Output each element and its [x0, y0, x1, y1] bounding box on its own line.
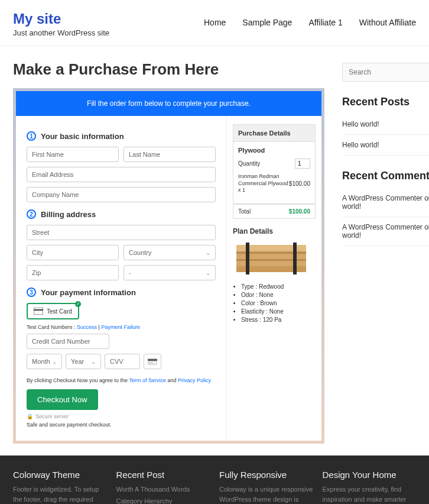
step-1-label: Your basic information: [41, 132, 124, 141]
recent-comments-title: Recent Comments: [342, 170, 429, 182]
nav-sample-page[interactable]: Sample Page: [242, 18, 292, 27]
recent-comment-item[interactable]: A WordPress Commenter on Hello world!: [342, 188, 429, 217]
country-select[interactable]: Country⌄: [124, 245, 216, 260]
footer-col-2: Recent Post Worth A Thousand Words Categ…: [116, 470, 210, 504]
order-banner: Fill the order form below to complete yo…: [16, 91, 321, 116]
summary-column: Purchase Details Plywood Quantity Ironma…: [227, 116, 321, 441]
city-input[interactable]: [27, 245, 119, 260]
svg-rect-4: [153, 362, 156, 363]
state-select[interactable]: -⌄: [124, 265, 216, 280]
chevron-down-icon: ⌄: [206, 250, 210, 256]
brand: My site Just another WordPress site: [13, 11, 109, 37]
street-input[interactable]: [27, 225, 216, 240]
footer-col-4: Design Your Home Express your creativity…: [323, 470, 417, 504]
step-2-label: Billing address: [41, 210, 96, 219]
page-title: Make a Purchase From Here: [13, 60, 324, 79]
svg-rect-2: [148, 358, 157, 365]
order-form-wrap: Fill the order form below to complete yo…: [13, 88, 324, 444]
total-label: Total: [238, 208, 251, 215]
privacy-link[interactable]: Privacy Policy: [178, 377, 211, 383]
plan-image: [233, 241, 316, 277]
safe-text: Safe and secure payment checkout.: [27, 422, 216, 428]
recent-post-item[interactable]: Hello world!: [342, 114, 429, 135]
step-1-number: 1: [27, 131, 36, 141]
tos-link[interactable]: Term of Service: [129, 377, 166, 383]
svg-rect-11: [293, 243, 297, 274]
lock-icon: 🔒: [27, 413, 33, 419]
footer-link[interactable]: Worth A Thousand Words: [116, 484, 210, 495]
nav-without-affiliate[interactable]: Without Affiliate: [359, 18, 416, 27]
secure-server-text: 🔒Secure server: [27, 413, 216, 419]
step-3-label: Your payment information: [41, 288, 136, 297]
svg-rect-0: [34, 308, 43, 315]
plan-detail-item: Elasticity : None: [241, 308, 316, 315]
footer-col-1: Colorway Theme Footer is widgetized. To …: [13, 470, 107, 504]
checkout-button[interactable]: Checkout Now: [27, 389, 98, 410]
plan-detail-item: Type : Redwood: [241, 283, 316, 290]
test-card-option[interactable]: Test Card ✓: [27, 303, 79, 319]
card-back-icon: [144, 354, 161, 369]
chevron-down-icon: ⌄: [52, 358, 57, 365]
last-name-input[interactable]: [124, 147, 216, 162]
recent-posts-title: Recent Posts: [342, 96, 429, 108]
recent-post-item[interactable]: Hello world!: [342, 135, 429, 156]
step-2: 2 Billing address: [27, 209, 216, 219]
sidebar: Recent Posts Hello world! Hello world! R…: [342, 46, 429, 444]
email-input[interactable]: [27, 167, 216, 182]
plan-detail-item: Stress : 120 Pa: [241, 316, 316, 323]
tcn-success-link[interactable]: Success: [77, 324, 97, 330]
agreement-text: By clicking Checkout Now you agree to th…: [27, 377, 216, 383]
item-description: Ironman Redman Commercial Plywood x 1: [238, 173, 289, 194]
nav-home[interactable]: Home: [204, 18, 226, 27]
plan-detail-item: Odor : None: [241, 292, 316, 298]
plan-detail-list: Type : Redwood Odor : None Color : Brown…: [233, 283, 316, 323]
tcn-failure-link[interactable]: Payment Failure: [101, 324, 140, 330]
site-tagline: Just another WordPress site: [13, 28, 109, 37]
recent-comment-item[interactable]: A WordPress Commenter on Hello world!: [342, 217, 429, 246]
zip-input[interactable]: [27, 265, 119, 280]
primary-nav: Home Sample Page Affiliate 1 Without Aff…: [204, 11, 416, 27]
test-card-numbers-text: Test Card Numbers : Success | Payment Fa…: [27, 324, 216, 330]
step-3: 3 Your payment information: [27, 287, 216, 297]
purchase-details-header: Purchase Details: [233, 124, 316, 142]
quantity-label: Quantity: [238, 160, 260, 167]
search-box[interactable]: [342, 63, 429, 82]
month-select[interactable]: Month⌄: [27, 354, 62, 369]
credit-card-input[interactable]: [27, 334, 109, 349]
check-icon: ✓: [75, 301, 81, 307]
total-value: $100.00: [289, 208, 310, 215]
cvv-input[interactable]: [105, 354, 140, 369]
chevron-down-icon: ⌄: [91, 358, 96, 365]
year-select[interactable]: Year⌄: [66, 354, 101, 369]
credit-card-icon: [34, 308, 43, 315]
svg-rect-1: [34, 309, 43, 311]
product-name: Plywood: [238, 147, 310, 154]
svg-rect-10: [246, 243, 249, 274]
footer-col-3: Fully Responsive Colorway is a unique re…: [219, 470, 313, 504]
site-title[interactable]: My site: [13, 11, 109, 27]
chevron-down-icon: ⌄: [206, 270, 210, 276]
plan-details-title: Plan Details: [233, 227, 316, 235]
svg-rect-3: [148, 359, 157, 361]
search-input[interactable]: [349, 68, 429, 76]
form-column: 1 Your basic information 2: [16, 116, 227, 441]
nav-affiliate-1[interactable]: Affiliate 1: [308, 18, 342, 27]
step-3-number: 3: [27, 287, 36, 297]
company-input[interactable]: [27, 187, 216, 202]
header: My site Just another WordPress site Home…: [0, 0, 429, 46]
item-price: $100.00: [289, 180, 310, 187]
first-name-input[interactable]: [27, 147, 119, 162]
step-2-number: 2: [27, 209, 36, 219]
step-1: 1 Your basic information: [27, 131, 216, 141]
footer-link[interactable]: Category Hierarchy: [116, 496, 210, 505]
plan-detail-item: Color : Brown: [241, 300, 316, 306]
quantity-input[interactable]: [295, 159, 310, 169]
footer: Colorway Theme Footer is widgetized. To …: [0, 455, 429, 504]
